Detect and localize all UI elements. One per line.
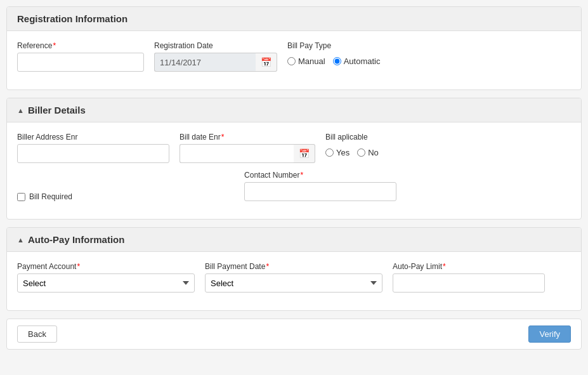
payment-account-label: Payment Account* [17,262,195,271]
bill-pay-manual-radio[interactable] [287,57,296,65]
auto-pay-limit-input[interactable] [393,273,545,293]
bill-payment-date-group: Bill Payment Date* Select [205,262,382,293]
registration-title: Registration Information [17,13,127,24]
bill-required-group: Bill Required [17,171,72,201]
autopay-section-body: Payment Account* Select Bill Payment Dat… [7,252,581,310]
bill-pay-type-group: Bill Pay Type Manual Automatic [287,41,380,72]
reference-label: Reference* [17,41,144,50]
autopay-title: Auto-Pay Information [28,234,125,245]
auto-pay-limit-group: Auto-Pay Limit* [393,262,545,293]
bill-payment-date-select[interactable]: Select [205,273,382,293]
bill-applicable-radio-group: Yes No [325,148,379,157]
page-wrapper: Registration Information Reference* Regi… [6,6,582,350]
bill-applicable-yes-option[interactable]: Yes [325,148,350,157]
registration-section-header: Registration Information [7,7,581,31]
bill-applicable-yes-radio[interactable] [325,148,334,157]
biller-address-label: Biller Address Enr [17,133,169,141]
bill-date-calendar-icon: 📅 [299,148,310,159]
bill-date-label: Bill date Enr* [180,133,315,141]
bill-date-input-wrapper: 📅 [180,144,315,163]
registration-date-group: Registration Date 📅 [154,41,277,72]
bill-pay-automatic-label: Automatic [344,56,381,66]
bill-required-checkbox[interactable] [17,193,25,201]
bill-required-label[interactable]: Bill Required [29,192,72,201]
bill-applicable-no-radio[interactable] [357,148,365,157]
footer-bar: Back Verify [6,319,582,350]
biller-title: Biller Details [28,105,86,115]
registration-section-body: Reference* Registration Date 📅 [7,31,581,89]
reference-group: Reference* [17,41,144,72]
registration-section: Registration Information Reference* Regi… [6,6,582,90]
bill-required-checkbox-group: Bill Required [17,192,72,201]
contact-number-label: Contact Number* [244,171,396,180]
verify-button[interactable]: Verify [528,326,571,343]
bill-date-group: Bill date Enr* 📅 [180,133,315,163]
biller-address-input[interactable] [17,144,169,163]
bill-date-input[interactable] [180,144,294,163]
calendar-icon: 📅 [261,57,271,67]
registration-date-input[interactable] [154,53,256,72]
bill-applicable-group: Bill aplicable Yes No [325,133,379,163]
autopay-row: Payment Account* Select Bill Payment Dat… [17,262,571,293]
bill-pay-manual-option[interactable]: Manual [287,56,325,66]
biller-section-header: ▲ Biller Details [7,98,581,122]
autopay-section-header: ▲ Auto-Pay Information [7,228,581,252]
registration-date-input-wrapper: 📅 [154,53,277,72]
bill-pay-automatic-option[interactable]: Automatic [333,56,381,66]
bill-applicable-no-label: No [368,148,379,157]
bill-applicable-yes-label: Yes [336,148,350,157]
bill-applicable-label: Bill aplicable [325,133,379,141]
contact-number-group: Contact Number* [244,171,396,201]
biller-row-2: Bill Required Contact Number* [17,171,571,201]
contact-number-input[interactable] [244,182,396,201]
bill-payment-date-label: Bill Payment Date* [205,262,382,271]
bill-pay-manual-label: Manual [298,56,325,66]
registration-form-row: Reference* Registration Date 📅 [17,41,571,72]
bill-date-calendar-btn[interactable]: 📅 [294,144,315,163]
autopay-collapse-icon[interactable]: ▲ [17,236,24,244]
registration-date-label: Registration Date [154,41,277,50]
payment-account-select[interactable]: Select [17,273,195,293]
bill-pay-type-label: Bill Pay Type [287,41,380,50]
reference-input[interactable] [17,53,144,72]
biller-section-body: Biller Address Enr Bill date Enr* 📅 [7,122,581,219]
bill-pay-automatic-radio[interactable] [333,57,341,65]
back-button[interactable]: Back [17,326,57,343]
biller-address-group: Biller Address Enr [17,133,169,163]
biller-section: ▲ Biller Details Biller Address Enr Bill… [6,98,582,220]
auto-pay-limit-label: Auto-Pay Limit* [393,262,545,271]
biller-collapse-icon[interactable]: ▲ [17,107,24,114]
registration-date-calendar-btn[interactable]: 📅 [256,53,277,72]
biller-row-1: Biller Address Enr Bill date Enr* 📅 [17,133,571,163]
bill-pay-type-radio-group: Manual Automatic [287,56,380,66]
bill-applicable-no-option[interactable]: No [357,148,379,157]
payment-account-group: Payment Account* Select [17,262,195,293]
autopay-section: ▲ Auto-Pay Information Payment Account* … [6,227,582,311]
